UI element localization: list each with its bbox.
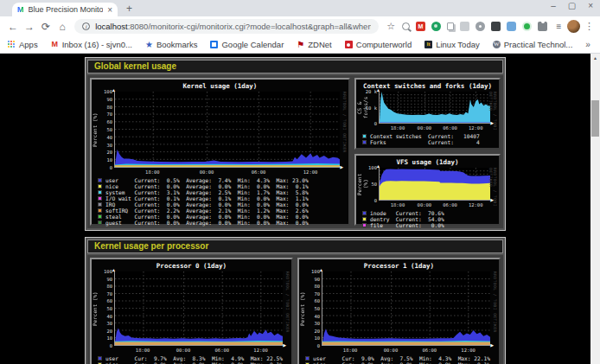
gray-extension-icon[interactable] — [460, 22, 469, 31]
forward-icon[interactable]: → — [22, 22, 36, 32]
legend-row: nice Current: 0.0% Average: 0.0% Min: 0.… — [98, 183, 345, 189]
legend-row: guest Current: 0.0% Average: 0.0% Min: 0… — [98, 220, 345, 226]
wordpress-icon: W — [493, 41, 501, 48]
legend-row: file Current: 0.0% — [362, 222, 495, 228]
legend-swatch — [98, 184, 102, 188]
x-axis-ticks: 18:0000:0006:0012:00 — [379, 201, 490, 208]
x-axis-ticks: 18:0000:0006:0012:00 — [114, 347, 283, 354]
bookmark-apps[interactable]: Apps — [8, 40, 38, 49]
bookmark-linux-today[interactable]: lt Linux Today — [424, 40, 480, 49]
legend-swatch — [98, 208, 102, 213]
chart-title: Kernel usage (1day) — [92, 82, 348, 90]
x-axis-ticks: 18:0000:0006:0012:00 — [379, 125, 490, 131]
browser-tab[interactable]: M Blue Precision Monitorix × — [12, 3, 118, 16]
rrdtool-watermark: RRDTOOL / TOBI OETIKER — [285, 271, 290, 333]
y-axis-ticks: 1009080706050403020100 — [99, 92, 114, 168]
legend-row: dentry Current: 54.0% — [362, 216, 495, 222]
media-extension-icon[interactable] — [476, 22, 485, 31]
chart-legend: Context switches Current: 10407Forks Cur… — [362, 133, 495, 145]
x-axis-ticks: 18:0000:0006:0012:00 — [322, 347, 490, 354]
window-close-button[interactable]: × — [588, 2, 593, 10]
tab-close-icon[interactable]: × — [107, 5, 112, 15]
bookmark-bookmarks[interactable]: ★ Bookmarks — [145, 40, 198, 49]
section-kernel-usage-per-processor: Kernel usage per processor Processor 0 (… — [85, 237, 506, 364]
context-switches-graph[interactable]: Context switches and forks (1day) CS & f… — [354, 78, 501, 150]
new-tab-button[interactable]: + — [126, 3, 132, 15]
rrdtool-watermark: RRDTOOL / TOBI OETIKER — [488, 92, 497, 148]
back-icon[interactable]: ← — [6, 22, 20, 32]
address-bar[interactable]: i localhost:8080/monitorix-cgi/monitorix… — [74, 19, 379, 34]
gmail-icon: M — [51, 41, 59, 48]
linuxtoday-icon: lt — [424, 41, 432, 48]
gmail-extension-icon[interactable]: M — [416, 22, 425, 31]
bookmark-inbox[interactable]: M Inbox (16) - sjvn0... — [51, 40, 132, 49]
bookmark-star-icon[interactable]: ☆ — [386, 21, 395, 32]
calendar-icon — [210, 41, 218, 48]
browser-menu-icon[interactable]: ⋮ — [584, 21, 594, 32]
plot-area: ▲▶ — [114, 271, 283, 346]
y-axis-ticks: 1009080706050403020100 — [307, 271, 322, 346]
legend-row: system Current: 3.1% Average: 2.5% Min: … — [98, 189, 345, 195]
computerworld-icon — [345, 41, 353, 48]
scrollbar-thumb[interactable] — [591, 100, 599, 137]
bookmarks-overflow-chevron[interactable]: » — [585, 40, 590, 49]
url-text[interactable]: localhost:8080/monitorix-cgi/monitorix.c… — [95, 22, 371, 31]
site-info-icon[interactable]: i — [82, 22, 90, 30]
x-axis-ticks: 18:0000:0006:0012:00 — [114, 169, 340, 176]
processor-0-graph[interactable]: Processor 0 (1day) Percent (%) 100908070… — [90, 258, 293, 364]
monitorix-favicon: M — [17, 6, 24, 14]
legend-swatch — [362, 134, 367, 138]
green-extension-icon[interactable] — [522, 22, 532, 31]
y-axis-label: Percent (%) — [92, 271, 99, 346]
page-scrollbar[interactable]: ▲ — [590, 54, 600, 364]
blue-extension-icon[interactable] — [507, 22, 516, 31]
y-axis-label: CS & forks/s — [356, 92, 364, 124]
chart-legend: inode Current: 70.6%dentry Current: 54.0… — [362, 210, 495, 228]
home-icon[interactable]: ⌂ — [55, 22, 69, 32]
legend-row: Context switches Current: 10407 — [362, 133, 495, 139]
legend-swatch — [362, 217, 367, 221]
page-content: Global kernel usage Kernel usage (1day) … — [0, 54, 600, 364]
search-extension-icon[interactable] — [402, 22, 410, 30]
window-minimize-button[interactable]: – — [551, 2, 556, 10]
plot-area: ▲▶ — [379, 92, 490, 124]
scrollbar-up-arrow[interactable]: ▲ — [590, 55, 600, 61]
legend-row: user Cur: 9.7% Avg: 8.3% Min: 4.9% Max: … — [98, 355, 288, 361]
vfs-usage-graph[interactable]: VFS usage (1day) Percent (%) 100500 ▲▶ 1… — [354, 154, 501, 226]
window-maximize-button[interactable]: ▢ — [568, 2, 576, 10]
legend-row: inode Current: 70.6% — [362, 210, 495, 216]
bookmark-practical-technology[interactable]: W Practical Technol... — [493, 40, 573, 49]
plot-area: ▲▶ — [379, 168, 490, 201]
plot-area: ▲▶ — [322, 271, 490, 346]
browser-toolbar: ← → ⟳ ⌂ i localhost:8080/monitorix-cgi/m… — [0, 16, 600, 36]
reload-icon[interactable]: ⟳ — [39, 22, 53, 32]
reading-list-icon[interactable]: ≡ — [553, 22, 565, 31]
extensions-puzzle-icon[interactable] — [538, 22, 547, 31]
legend-swatch — [98, 202, 102, 207]
legend-swatch — [98, 356, 102, 361]
rrdtool-watermark: RRDTOOL / TOBI OETIKER — [488, 168, 497, 224]
zdnet-icon: ⚑ — [297, 41, 304, 48]
bookmark-zdnet[interactable]: ⚑ ZDNet — [297, 40, 331, 49]
y-axis-ticks: 20 k10 k0 — [364, 92, 379, 124]
bookmark-google-calendar[interactable]: Google Calendar — [210, 40, 284, 49]
extension-icons: M ≡ — [402, 22, 565, 31]
rrdtool-watermark: RRDTOOL / TOBI OETIKER — [342, 92, 347, 153]
processor-1-graph[interactable]: Processor 1 (1day) Percent (%) 100908070… — [297, 258, 501, 364]
legend-swatch — [362, 211, 367, 215]
section-title: Kernel usage per processor — [87, 239, 503, 253]
profile-avatar[interactable] — [567, 20, 580, 33]
dark-extension-icon[interactable] — [491, 22, 501, 31]
chart-legend: user Cur: 9.7% Avg: 8.3% Min: 4.9% Max: … — [98, 355, 288, 364]
legend-row: softIRQ Current: 2.2% Average: 2.1% Min:… — [98, 208, 345, 214]
y-axis-ticks: 100500 — [364, 168, 379, 201]
y-axis-label: Percent (%) — [299, 271, 307, 346]
kernel-usage-graph[interactable]: Kernel usage (1day) Percent (%) 10090807… — [90, 78, 350, 226]
globe-extension-icon[interactable] — [431, 22, 441, 31]
copy-pages-extension-icon[interactable] — [447, 22, 454, 30]
chart-title: Processor 1 (1day) — [299, 262, 499, 270]
bookmark-computerworld[interactable]: Computerworld — [345, 40, 412, 49]
legend-row: IRQ Current: 0.0% Average: 0.0% Min: 0.0… — [98, 201, 345, 208]
plot-area: ▲▶ — [114, 92, 340, 168]
tab-strip: M Blue Precision Monitorix × + – ▢ × — [0, 0, 600, 16]
